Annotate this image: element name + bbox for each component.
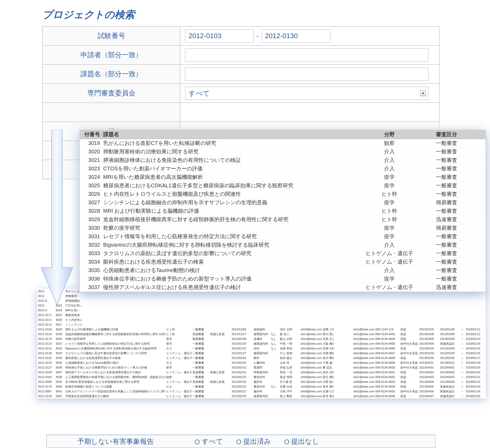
bg-cell: 2018/01/13 [465, 336, 486, 341]
text-input[interactable] [185, 48, 429, 62]
bg-cell: 心臓外科 [253, 360, 270, 365]
bg-cell [209, 346, 231, 351]
overlay-row[interactable]: 3033タクロリムスの薬効に及ぼす遺伝的多型の影響についての研究ヒトゲノム・遺伝… [80, 249, 485, 258]
overlay-row[interactable]: 3025糖尿病患者におけるCDKAL1遺伝子多型と糖尿病薬の臨床効果に関する観察… [80, 181, 485, 190]
bg-row[interactable]: 2012-3023CTOSを用い [37, 303, 486, 308]
bg-row[interactable]: 2012-01633038人工股関節置換術の術後早期における股関節外転・膝関節伸… [37, 375, 486, 379]
overlay-row[interactable]: 3037慢性肺アスペルギルス症における疾患感受性遺伝子の検討ヒトゲノム・遺伝子迅… [80, 283, 485, 292]
bg-cell: 2013/03/28 [419, 346, 439, 351]
bg-cell: ヒトゲノム・遺伝子 [165, 394, 192, 398]
overlay-cell: 眼科疾患における疾患感受性遺伝子の検索 [102, 258, 348, 266]
overlay-row[interactable]: 3029造血幹細胞移植後肝機能異常に対する経頸静脈的肝生検の有用性に関する研究ヒ… [80, 215, 485, 224]
bg-row[interactable]: 2012-00873041日本人のアルツハイマー型認知症患者を対象とした抗精神病… [37, 389, 486, 394]
overlay-row[interactable]: 3032Bigvanincの大腸癌肺転移症例に対する肺転移切除を検討する臨床研究… [80, 241, 485, 249]
bg-cell [270, 375, 279, 379]
radio-option[interactable]: 提出済み [236, 437, 271, 446]
bg-row[interactable]: 2012-01783030乾癬の疫学研究疫学簡易審査2013/01/08皮膚科な… [37, 336, 486, 341]
overlay-cell: 一般審査 [431, 165, 485, 173]
form-row-label: 専門審査委員会 [43, 84, 180, 103]
overlay-row[interactable]: 3026ヒト内在性レトロウイルスと胎盤機能及び疾患との関連性ヒト幹一般審査 [80, 190, 485, 198]
overlay-cell: 疫学 [348, 224, 431, 232]
bg-cell: 乾癬の疫学研究 [65, 336, 165, 341]
bg-cell: 3027 [55, 322, 65, 327]
bg-row[interactable]: 2012-01543028MRI および行動実験による脳機能の評価ヒト幹一般審査… [37, 327, 486, 332]
bg-cell: 2018/01/23 [465, 384, 486, 389]
overlay-row[interactable]: 3031レセプト情報等を利用した心筋梗塞発生の特定方法に関する研究疫学一般審査 [80, 232, 485, 241]
trial-number-to-input[interactable] [262, 29, 330, 43]
bg-cell: 承認 [399, 327, 419, 332]
bg-row[interactable]: 2012-01273036特殊体位手術における褥瘡予防のための新型マット導入の評… [37, 365, 486, 370]
bg-cell: ishi7@bwts.com 大野 雄大 [300, 379, 334, 384]
bg-cell [270, 317, 279, 322]
bg-row[interactable]: 2012-00993039抗 NMDA 受容体脳炎における奇形腫摘出術に関する研… [37, 379, 486, 384]
text-input[interactable] [185, 68, 429, 81]
radio-icon [236, 440, 241, 444]
overlay-row[interactable]: 3034眼科疾患における疾患感受性遺伝子の検索ヒトゲノム・遺伝子一般審査 [80, 258, 485, 266]
overlay-cell: CTOSを用いた創薬バイオマーカーの評価 [102, 165, 348, 173]
overlay-row[interactable]: 3020肺動脈用塞栓術の治療効果に関する研究介入一般審査 [80, 148, 485, 156]
bg-cell: 2013/02/10 [231, 365, 253, 370]
overlay-row[interactable]: 3019乳がんにおける造影CTを用いた転移診断の研究観察一般審査 [80, 139, 485, 148]
bg-row[interactable]: 2012-01303042早期老化症候群関連遺伝子の解析ヒトゲノム・遺伝子一般審… [37, 394, 486, 398]
bg-cell [334, 341, 353, 346]
bg-cell: 落合 博満 [279, 375, 300, 379]
bg-row[interactable]: 2012-01713025糖尿病患者 [37, 313, 486, 317]
bg-cell [270, 298, 279, 303]
bg-row[interactable]: 2012-01133027シンシチンに [37, 322, 486, 327]
overlay-row[interactable]: 3027シンシチンによる細胞融合の抑制作用を示すサプレシンの生理的意義疫学簡易審… [80, 198, 485, 207]
bg-cell: 承認 [399, 379, 419, 384]
overlay-row[interactable]: 3030乾癬の疫学研究疫学簡易審査 [80, 224, 485, 232]
bg-cell: 2013/03/28 [439, 346, 460, 351]
bg-cell [270, 394, 279, 398]
bg-cell [209, 375, 231, 379]
overlay-cell: 膵液細胞診検体における免疫染色の有用性についての検証 [102, 156, 348, 165]
bg-row[interactable]: 2012-021膵液細胞診 [37, 298, 486, 303]
overlay-row[interactable]: 3035心房細動患者におけるTaurine動態の検討介入一般審査 [80, 266, 485, 275]
overlay-cell: 観察 [348, 139, 431, 148]
overlay-row[interactable]: 3028MRI および行動実験による脳機能の評価ヒト幹一般審査 [80, 207, 485, 215]
bg-cell: 皮膚科 [253, 336, 270, 341]
bg-cell: ishi1@bwts.com 香川 照之 [300, 332, 334, 336]
bg-row[interactable]: 2012-03024MRIを用い [37, 308, 486, 313]
bg-cell [209, 365, 231, 370]
form-row-input-cell [180, 65, 439, 84]
bg-row[interactable]: 2012-01163029造血幹細胞移植後肝機能異常に対する経頸静脈的肝生検の有… [37, 332, 486, 336]
bg-cell [334, 327, 353, 332]
bg-cell [352, 313, 399, 317]
bg-cell: 一般審査 [192, 346, 209, 351]
bg-cell [270, 360, 279, 365]
overlay-row[interactable]: 3021膵液細胞診検体における免疫染色の有用性についての検証介入一般審査 [80, 156, 485, 165]
radio-option[interactable]: 提出なし [284, 437, 319, 446]
bg-row[interactable]: 2012-01213032Bigvanincの大腸癌肺転移症例に対する肺転移切除… [37, 346, 486, 351]
bg-cell: 2012-0111 [37, 317, 55, 322]
bg-cell: 介入 [165, 384, 192, 389]
bg-cell [334, 384, 353, 389]
bg-row[interactable]: 2012-0肺動脈用 [37, 294, 486, 298]
bg-cell [165, 303, 192, 308]
bg-cell: ishi1@bwts.com 京都 脈夢 [300, 351, 334, 356]
bg-row[interactable]: 2012-01423034眼科疾患における疾患感受性遺伝子の検索ヒトゲノム・遺伝… [37, 356, 486, 360]
overlay-cell: シンシチンによる細胞融合の抑制作用を示すサプレシンの生理的意義 [102, 198, 348, 207]
bg-row[interactable]: 2012-01203031レセプト情報等を利用した心筋梗塞発生の特定方法に関する… [37, 341, 486, 346]
bg-cell: ishi1@bwts.com 099-9134-9497 [352, 351, 399, 356]
overlay-row[interactable]: 3036特殊体位手術における褥瘡予防のための新型マット導入の評価疫学一般審査 [80, 275, 485, 283]
bg-cell: ～ [460, 394, 465, 398]
bg-cell: 2013/04/03 [419, 375, 439, 379]
bg-cell: 浅尾 拓也 [279, 346, 300, 351]
bg-cell: 3031 [55, 341, 65, 346]
bg-cell: 2012-0154 [37, 327, 55, 332]
bg-row[interactable]: 2012-01993037慢性肺アスペルギルス症における疾患感受性遺伝子の検討ヒ… [37, 370, 486, 375]
committee-select[interactable]: すべて [185, 87, 429, 100]
bg-cell: 2013/03/29 [419, 351, 439, 356]
bg-row[interactable]: 2012-01393033タクロリムスの薬効に及ぼす遺伝的多型の影響についての研… [37, 351, 486, 356]
bg-row[interactable]: 2012-01783040転移性骨腫瘍の頻度についての調査介入一般審査2013/… [37, 384, 486, 389]
overlay-row[interactable]: 3024MRIを用いた糖尿病患者の高次脳機能解析疫学一般審査 [80, 173, 485, 181]
overlay-cell: レセプト情報等を利用した心筋梗塞発生の特定方法に関する研究 [102, 232, 348, 241]
trial-number-from-input[interactable] [185, 29, 254, 43]
overlay-row[interactable]: 3023CTOSを用いた創薬バイオマーカーの評価介入一般審査 [80, 165, 485, 173]
bg-row[interactable]: 2012-01113026ヒト内在性レ [37, 317, 486, 322]
bg-row[interactable]: 2012-01263035心房細動患者におけるTaurine動態の検討介入一般審… [37, 360, 486, 365]
bg-cell: 整形外科 [253, 384, 270, 389]
radio-option[interactable]: すべて [195, 437, 223, 446]
bg-cell: ishi2@bwts.com 099-9134-9505 [352, 389, 399, 394]
